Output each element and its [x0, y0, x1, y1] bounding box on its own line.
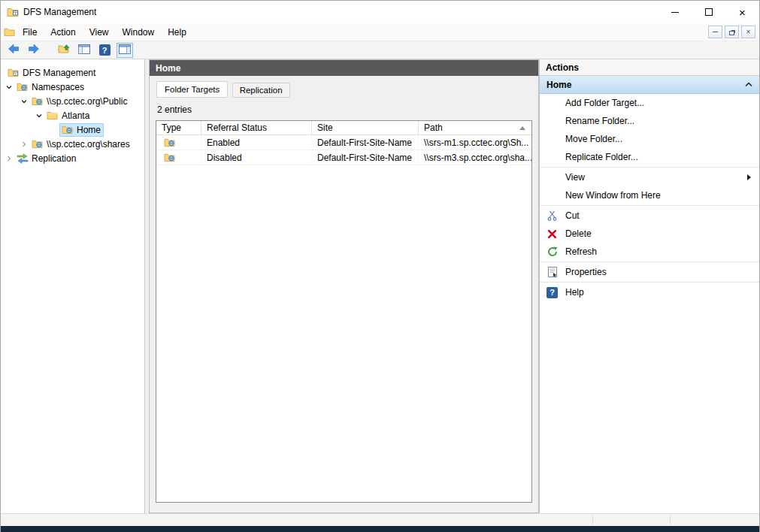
collapse-section-icon[interactable]	[745, 82, 752, 87]
back-button[interactable]	[5, 43, 22, 58]
section-label: Home	[547, 80, 571, 90]
column-header-path[interactable]: Path	[419, 121, 531, 135]
action-replicate-folder[interactable]: Replicate Folder...	[540, 148, 759, 166]
forward-button[interactable]	[26, 43, 42, 58]
action-label: Rename Folder...	[565, 116, 634, 126]
help-button[interactable]: ?	[96, 43, 113, 58]
table-row[interactable]: Enabled Default-First-Site-Name \\srs-m1…	[156, 135, 531, 150]
action-refresh[interactable]: Refresh	[540, 243, 759, 261]
action-cut[interactable]: Cut	[540, 207, 759, 225]
referral-status-cell: Enabled	[201, 135, 312, 150]
tab-replication[interactable]: Replication	[232, 83, 290, 98]
back-arrow-icon	[8, 44, 20, 56]
action-rename-folder[interactable]: Rename Folder...	[540, 112, 759, 130]
console-tree-icon	[78, 44, 90, 56]
separator	[540, 282, 759, 283]
up-one-level-button[interactable]	[56, 43, 72, 58]
menubar: File Action View Window Help ×	[1, 23, 759, 41]
menu-window[interactable]: Window	[116, 25, 162, 40]
properties-icon	[546, 266, 559, 279]
console-icon	[4, 27, 16, 38]
window-minimize-button[interactable]	[658, 1, 692, 23]
tree-item-label: Namespaces	[32, 82, 84, 92]
action-view[interactable]: View	[540, 168, 759, 186]
separator	[540, 205, 759, 206]
close-icon: ×	[739, 7, 746, 18]
window-maximize-button[interactable]	[692, 1, 725, 23]
delete-icon	[546, 228, 559, 240]
column-label: Site	[317, 122, 333, 133]
column-header-site[interactable]: Site	[312, 121, 419, 135]
dfs-app-icon	[7, 7, 19, 17]
tree-item-namespaces[interactable]: Namespaces	[1, 80, 144, 94]
tree-item-home[interactable]: Home	[1, 122, 144, 137]
tree-item-label: \\sp.cctec.org\shares	[47, 139, 130, 150]
column-header-type[interactable]: Type	[156, 121, 201, 135]
referral-status-cell: Disabled	[201, 150, 312, 165]
tree-item-label: Home	[77, 125, 101, 135]
tree-item-namespace-public[interactable]: \\sp.cctec.org\Public	[1, 94, 144, 108]
tab-strip: Folder Targets Replication	[150, 76, 538, 98]
collapse-chevron-icon[interactable]	[4, 83, 14, 91]
folder-target-icon	[164, 153, 175, 162]
close-icon: ×	[746, 28, 751, 36]
expand-chevron-icon[interactable]	[19, 141, 29, 148]
console-close-button[interactable]: ×	[741, 26, 755, 38]
console-minimize-button[interactable]	[708, 26, 722, 38]
refresh-icon	[546, 246, 559, 258]
entries-count: 2 entries	[156, 98, 532, 120]
up-one-level-icon	[58, 44, 70, 56]
action-new-window-from-here[interactable]: New Window from Here	[540, 186, 759, 204]
console-restore-button[interactable]	[725, 26, 739, 38]
menu-file[interactable]: File	[16, 25, 44, 40]
expand-chevron-icon[interactable]	[4, 155, 14, 162]
tab-folder-targets[interactable]: Folder Targets	[156, 81, 228, 98]
tree-item-atlanta[interactable]: Atlanta	[1, 108, 144, 122]
action-help[interactable]: ? Help	[540, 283, 759, 301]
action-label: View	[565, 172, 585, 183]
actions-pane: Actions Home Add Folder Target... Rename…	[539, 59, 759, 513]
show-console-tree-button[interactable]	[76, 43, 92, 58]
show-action-pane-button[interactable]	[117, 43, 133, 58]
replication-icon	[17, 153, 29, 164]
action-label: Properties	[565, 267, 607, 277]
selected-tree-node[interactable]: Home	[59, 123, 104, 137]
action-label: New Window from Here	[565, 190, 661, 201]
help-icon: ?	[99, 44, 111, 56]
column-header-referral-status[interactable]: Referral Status	[201, 121, 312, 135]
action-properties[interactable]: Properties	[540, 263, 759, 281]
menu-view[interactable]: View	[83, 25, 116, 40]
action-pane-icon	[119, 44, 131, 56]
menu-help[interactable]: Help	[161, 25, 193, 40]
content-area: DFS Management Namespaces \\sp.cctec.org…	[1, 59, 759, 513]
restore-icon	[729, 31, 734, 35]
folder-targets-list: Type Referral Status Site Path Enabled D…	[156, 120, 532, 503]
help-icon: ?	[546, 286, 559, 299]
action-label: Add Folder Target...	[565, 98, 644, 108]
tree-item-label: Atlanta	[62, 110, 89, 121]
action-delete[interactable]: Delete	[540, 225, 759, 243]
action-label: Move Folder...	[565, 134, 622, 144]
window-close-button[interactable]: ×	[725, 1, 759, 23]
maximize-icon	[705, 8, 713, 16]
tree-item-namespace-shares[interactable]: \\sp.cctec.org\shares	[1, 137, 144, 151]
action-label: Cut	[565, 210, 580, 221]
collapse-chevron-icon[interactable]	[19, 98, 29, 105]
action-label: Replicate Folder...	[565, 152, 638, 162]
actions-section-home[interactable]: Home	[540, 76, 759, 94]
table-row[interactable]: Disabled Default-First-Site-Name \\srs-m…	[156, 150, 531, 165]
status-bar	[1, 513, 759, 526]
toolbar: ?	[1, 41, 759, 59]
tree-item-replication[interactable]: Replication	[1, 151, 144, 165]
separator	[540, 167, 759, 168]
action-label: Refresh	[565, 246, 597, 257]
menu-action[interactable]: Action	[44, 25, 82, 40]
titlebar: DFS Management ×	[1, 1, 759, 23]
action-add-folder-target[interactable]: Add Folder Target...	[540, 94, 759, 112]
collapse-chevron-icon[interactable]	[34, 112, 44, 119]
tree-item-label: \\sp.cctec.org\Public	[47, 96, 127, 107]
action-move-folder[interactable]: Move Folder...	[540, 130, 759, 148]
tree-item-dfs-management[interactable]: DFS Management	[1, 65, 144, 80]
window-bottom-edge	[1, 526, 759, 532]
results-pane: Home Folder Targets Replication 2 entrie…	[149, 59, 539, 513]
